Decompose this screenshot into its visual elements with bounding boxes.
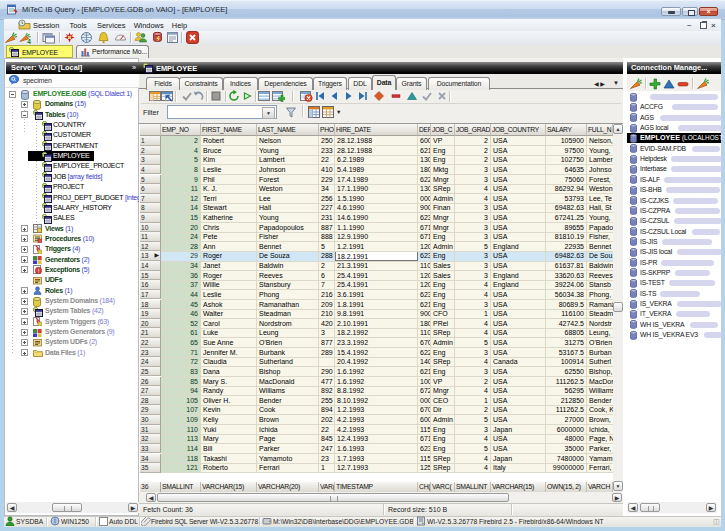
svg-text:4: 4 [27,38,31,44]
